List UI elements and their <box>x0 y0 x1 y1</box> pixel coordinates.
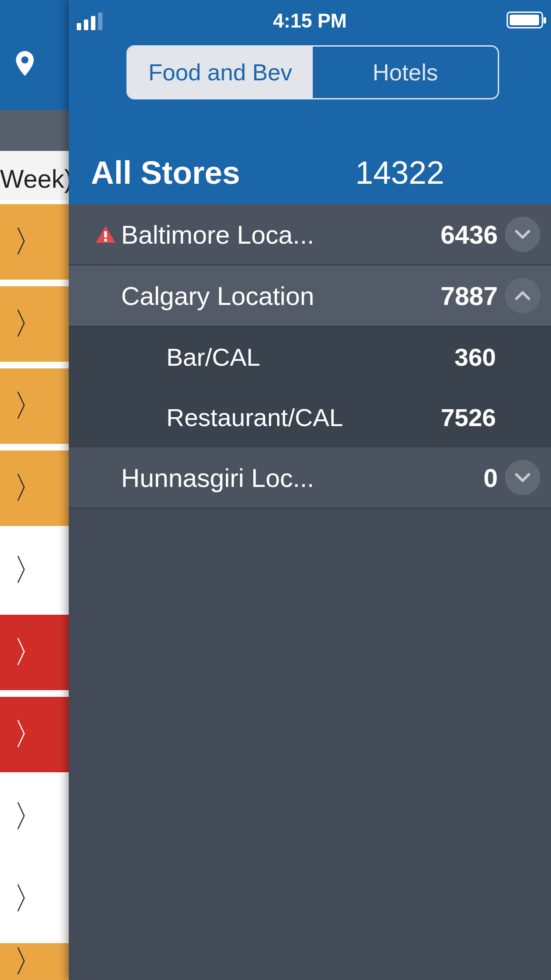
chevron-right-icon: 〉 <box>13 467 44 509</box>
slide-over-panel: 4:15 PM Food and Bev Hotels All Stores 1… <box>69 0 551 980</box>
chevron-right-icon: 〉 <box>13 878 44 920</box>
behind-row[interactable]: 〉 <box>0 286 69 362</box>
behind-row[interactable]: 〉 <box>0 943 69 980</box>
chevron-right-icon: 〉 <box>13 632 44 673</box>
alert-icon <box>90 224 121 245</box>
sub-value: 7526 <box>407 403 496 432</box>
behind-header <box>0 0 69 110</box>
store-name: Baltimore Loca... <box>121 220 314 249</box>
sub-value: 360 <box>407 343 496 371</box>
chevron-right-icon: 〉 <box>13 385 44 427</box>
trend-down-icon <box>316 288 340 303</box>
store-value: 6436 <box>409 220 498 249</box>
behind-gray-band <box>0 110 69 151</box>
store-value: 7887 <box>409 281 498 311</box>
summary-total: 14322 <box>355 154 444 191</box>
behind-row[interactable]: 〉 <box>0 615 69 690</box>
trend-up-icon <box>365 410 390 424</box>
sub-row-restaurant-cal[interactable]: Restaurant/CAL 7526 <box>69 387 551 447</box>
store-row-hunnasgiri[interactable]: Hunnasgiri Loc... 0 <box>69 447 551 509</box>
chevron-right-icon: 〉 <box>13 549 44 591</box>
trend-up-icon <box>316 470 340 485</box>
status-bar: 4:15 PM <box>69 8 551 35</box>
trend-down-icon <box>365 350 390 364</box>
sub-row-bar-cal[interactable]: Bar/CAL 360 <box>69 327 551 387</box>
store-row-baltimore[interactable]: Baltimore Loca... 6436 <box>69 204 551 265</box>
panel-header: 4:15 PM Food and Bev Hotels All Stores 1… <box>69 0 551 204</box>
expand-button[interactable] <box>505 217 540 252</box>
collapse-button[interactable] <box>505 278 540 313</box>
behind-row[interactable]: 〉 <box>0 779 69 854</box>
behind-week-label: Week) <box>0 151 69 200</box>
expand-button[interactable] <box>505 460 540 495</box>
tab-hotels[interactable]: Hotels <box>313 47 498 98</box>
behind-row[interactable]: 〉 <box>0 204 69 280</box>
trend-down-icon <box>316 227 340 241</box>
pin-icon[interactable] <box>16 51 34 78</box>
chevron-right-icon: 〉 <box>13 941 44 980</box>
chevron-right-icon: 〉 <box>13 303 44 345</box>
chevron-right-icon: 〉 <box>13 221 44 263</box>
behind-row[interactable]: 〉 <box>0 368 69 444</box>
sub-name: Bar/CAL <box>166 343 260 371</box>
chevron-right-icon: 〉 <box>13 714 44 755</box>
sub-name: Restaurant/CAL <box>166 403 343 432</box>
behind-row[interactable]: 〉 <box>0 861 69 937</box>
store-list: Baltimore Loca... 6436 Calgary Location … <box>69 204 551 509</box>
behind-row[interactable]: 〉 <box>0 533 69 608</box>
segmented-control: Food and Bev Hotels <box>126 45 499 99</box>
store-row-calgary[interactable]: Calgary Location 7887 <box>69 265 551 327</box>
summary-title: All Stores <box>91 154 240 191</box>
battery-icon <box>507 12 543 28</box>
behind-row[interactable]: 〉 <box>0 450 69 526</box>
all-stores-summary: All Stores 14322 <box>91 154 529 191</box>
store-value: 0 <box>409 463 498 493</box>
chevron-right-icon: 〉 <box>13 796 44 838</box>
behind-row[interactable]: 〉 <box>0 697 69 772</box>
tab-food-and-bev[interactable]: Food and Bev <box>128 47 313 98</box>
underlying-menu: Week) 〉 〉 〉 〉 〉 〉 〉 〉 〉 〉 <box>0 0 69 980</box>
store-name: Hunnasgiri Loc... <box>121 463 314 493</box>
store-name: Calgary Location <box>121 281 314 311</box>
status-time: 4:15 PM <box>69 10 551 32</box>
